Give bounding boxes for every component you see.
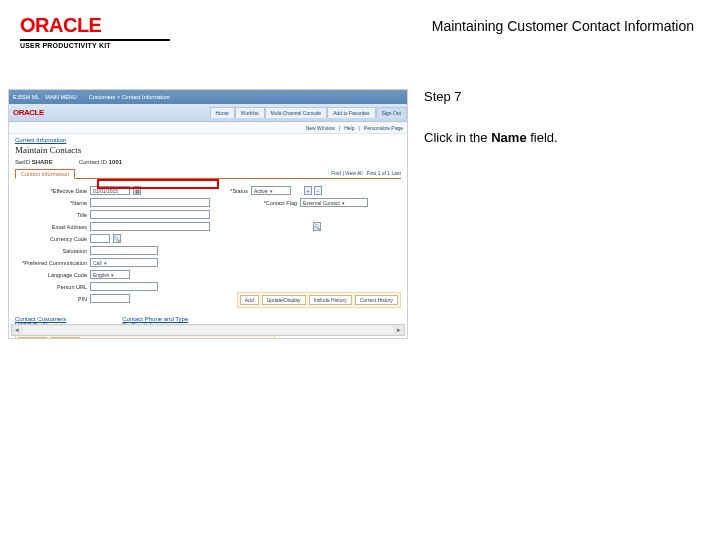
subnav-newwin[interactable]: New Window xyxy=(306,125,335,131)
url-input[interactable] xyxy=(90,282,158,291)
app-navrow: ORACLE Home Worklist Multi-Channel Conso… xyxy=(9,104,407,122)
correct-history-button[interactable]: Correct History xyxy=(355,295,398,305)
pager-find[interactable]: Find | View All xyxy=(331,170,362,176)
app-screenshot: E.BSM ML MAIN MENU Customers > Contact I… xyxy=(8,89,408,339)
nav-tab-console[interactable]: Multi-Channel Console xyxy=(265,107,328,118)
include-history-button[interactable]: Include History xyxy=(309,295,352,305)
name-input[interactable] xyxy=(90,198,210,207)
nav-tab-fav[interactable]: Add to Favorites xyxy=(327,107,375,118)
sal-label: Salutation xyxy=(15,248,87,254)
ccode-input[interactable] xyxy=(90,234,110,243)
app-subnav: New Window | Help | Personalize Page xyxy=(9,122,407,134)
status-select[interactable]: Active xyxy=(251,186,291,195)
action-toolbar: Add Update/Display Include History Corre… xyxy=(237,292,401,308)
brand-logo: ORACLE USER PRODUCTIVITY KIT xyxy=(20,14,170,49)
url-label: Person URL xyxy=(15,284,87,290)
nav-tab-home[interactable]: Home xyxy=(210,107,235,118)
lookup-icon[interactable]: 🔍 xyxy=(313,222,321,231)
nav-tab-worklist[interactable]: Worklist xyxy=(235,107,265,118)
app-page-title: Maintain Contacts xyxy=(15,145,401,155)
email-input[interactable] xyxy=(90,222,210,231)
page-title: Maintaining Customer Contact Information xyxy=(170,14,700,34)
ccode-lookup-icon[interactable]: 🔍 xyxy=(113,234,121,243)
contact-flag-label: *Contact Flag xyxy=(237,200,297,206)
subnav-personalize[interactable]: Personalize Page xyxy=(364,125,403,131)
ccode-label: Currency Code xyxy=(15,236,87,242)
lang-label: Language Code xyxy=(15,272,87,278)
step-body: Click in the Name field. xyxy=(424,130,700,145)
pin-label: PIN xyxy=(15,296,87,302)
h-scrollbar[interactable]: ◂ ▸ xyxy=(11,324,405,336)
title-input[interactable] xyxy=(90,210,210,219)
del-row-icon[interactable]: − xyxy=(314,186,322,195)
title-label: Title xyxy=(15,212,87,218)
nav-tab-signout[interactable]: Sign Out xyxy=(376,107,407,118)
sal-input[interactable] xyxy=(90,246,158,255)
status-label: *Status xyxy=(204,188,248,194)
brand-subtext: USER PRODUCTIVITY KIT xyxy=(20,39,170,49)
date-picker-icon[interactable]: ▦ xyxy=(133,186,141,195)
eff-date-label: *Effective Date xyxy=(15,188,87,194)
save-button[interactable]: 💾 Save xyxy=(18,337,47,339)
subnav-help[interactable]: Help xyxy=(344,125,354,131)
eff-date-input[interactable]: 01/01/2015 xyxy=(90,186,130,195)
pref-label: *Preferred Communication xyxy=(15,260,87,266)
brand-text: ORACLE xyxy=(20,14,170,37)
app-topbar: E.BSM ML MAIN MENU Customers > Contact I… xyxy=(9,90,407,104)
step-title: Step 7 xyxy=(424,89,700,104)
app-logo: ORACLE xyxy=(13,108,44,117)
contact-flag-select[interactable]: External Contact xyxy=(300,198,368,207)
scroll-right-icon[interactable]: ▸ xyxy=(394,326,404,334)
pref-select[interactable]: Call xyxy=(90,258,158,267)
tab-contact-info[interactable]: Contact Information xyxy=(15,169,75,179)
name-label: *Name xyxy=(15,200,87,206)
scroll-left-icon[interactable]: ◂ xyxy=(12,326,22,334)
pin-input[interactable] xyxy=(90,294,130,303)
add-button[interactable]: Add xyxy=(240,295,259,305)
pager-pages: First 1 of 1 Last xyxy=(367,170,401,176)
add-row-icon[interactable]: + xyxy=(304,186,312,195)
notify-button[interactable]: ✉ Notify xyxy=(51,337,80,339)
update-button[interactable]: Update/Display xyxy=(262,295,306,305)
back-link[interactable]: Correct Information xyxy=(15,137,66,143)
lang-select[interactable]: English xyxy=(90,270,130,279)
email-label: Email Address xyxy=(15,224,87,230)
id-row: SetID SHARE Contact ID 1001 xyxy=(15,159,401,165)
